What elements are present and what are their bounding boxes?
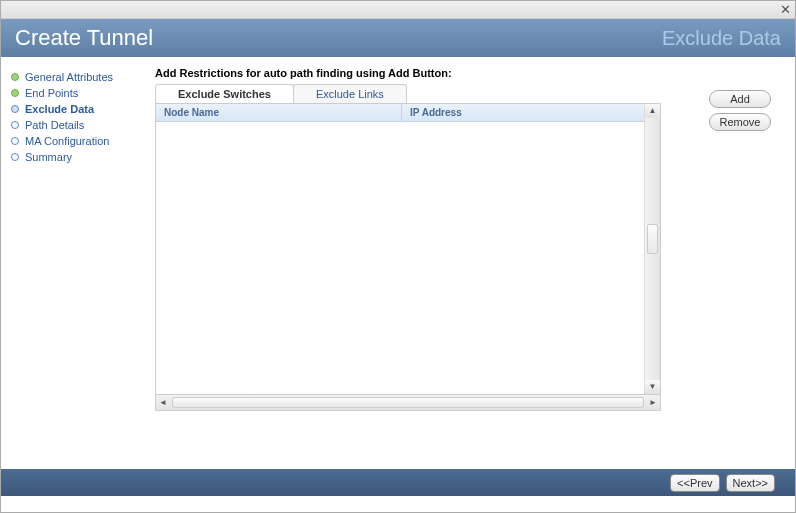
remove-button[interactable]: Remove <box>709 113 771 131</box>
step-ma-configuration[interactable]: MA Configuration <box>11 135 139 147</box>
section-title: Exclude Data <box>662 27 781 50</box>
step-label: End Points <box>25 87 78 99</box>
step-label: Exclude Data <box>25 103 94 115</box>
step-end-points[interactable]: End Points <box>11 87 139 99</box>
step-exclude-data[interactable]: Exclude Data <box>11 103 139 115</box>
horizontal-scrollbar[interactable]: ◄ ► <box>155 395 661 411</box>
step-general-attributes[interactable]: General Attributes <box>11 71 139 83</box>
step-label: Path Details <box>25 119 84 131</box>
step-bullet-icon <box>11 121 19 129</box>
titlebar: ✕ <box>1 1 795 19</box>
tab-exclude-switches[interactable]: Exclude Switches <box>155 84 294 103</box>
scroll-left-icon[interactable]: ◄ <box>156 398 170 407</box>
prev-button[interactable]: <<Prev <box>670 474 719 492</box>
wizard-footer: <<Prev Next>> <box>1 469 795 496</box>
step-bullet-icon <box>11 105 19 113</box>
exclusion-table: Node Name IP Address ▲ ▼ <box>155 103 661 395</box>
tab-exclude-links[interactable]: Exclude Links <box>293 84 407 103</box>
step-bullet-icon <box>11 73 19 81</box>
step-bullet-icon <box>11 89 19 97</box>
step-label: General Attributes <box>25 71 113 83</box>
column-ip-address[interactable]: IP Address <box>402 104 644 121</box>
scroll-right-icon[interactable]: ► <box>646 398 660 407</box>
instruction-text: Add Restrictions for auto path finding u… <box>155 67 787 79</box>
scroll-down-icon[interactable]: ▼ <box>645 380 660 394</box>
step-summary[interactable]: Summary <box>11 151 139 163</box>
column-node-name[interactable]: Node Name <box>156 104 402 121</box>
page-title: Create Tunnel <box>15 25 153 51</box>
table-body-empty <box>156 122 644 394</box>
tabs: Exclude Switches Exclude Links <box>155 84 787 103</box>
add-button[interactable]: Add <box>709 90 771 108</box>
step-path-details[interactable]: Path Details <box>11 119 139 131</box>
close-icon[interactable]: ✕ <box>780 2 791 17</box>
next-button[interactable]: Next>> <box>726 474 775 492</box>
hscroll-thumb[interactable] <box>172 397 644 408</box>
table-header-row: Node Name IP Address <box>156 104 644 122</box>
vertical-scrollbar[interactable]: ▲ ▼ <box>644 104 660 394</box>
scroll-thumb[interactable] <box>647 224 658 254</box>
action-buttons: Add Remove <box>709 90 775 136</box>
header: Create Tunnel Exclude Data <box>1 19 795 57</box>
step-bullet-icon <box>11 153 19 161</box>
step-label: MA Configuration <box>25 135 109 147</box>
dialog-window: ✕ Create Tunnel Exclude Data General Att… <box>0 0 796 513</box>
step-label: Summary <box>25 151 72 163</box>
main-panel: Add Restrictions for auto path finding u… <box>149 57 795 469</box>
scroll-up-icon[interactable]: ▲ <box>645 104 660 118</box>
step-bullet-icon <box>11 137 19 145</box>
wizard-steps: General Attributes End Points Exclude Da… <box>1 57 149 469</box>
